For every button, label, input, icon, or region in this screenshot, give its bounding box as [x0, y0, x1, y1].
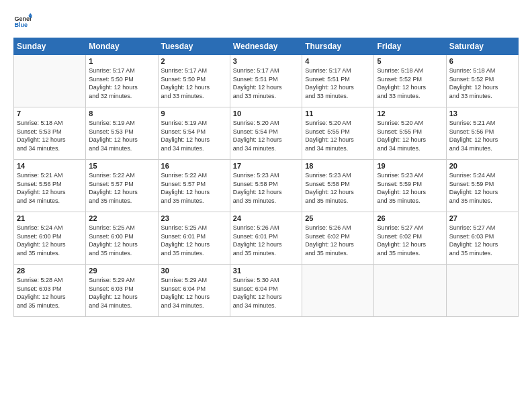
logo-icon: General Blue — [13, 12, 32, 31]
day-number: 19 — [377, 162, 443, 170]
day-info: Sunrise: 5:18 AM Sunset: 5:52 PM Dayligh… — [377, 66, 443, 100]
calendar-cell: 14Sunrise: 5:21 AM Sunset: 5:56 PM Dayli… — [14, 160, 86, 212]
day-number: 21 — [17, 214, 83, 222]
day-info: Sunrise: 5:23 AM Sunset: 5:58 PM Dayligh… — [233, 171, 299, 205]
day-number: 18 — [305, 162, 371, 170]
day-number: 16 — [161, 162, 227, 170]
day-info: Sunrise: 5:17 AM Sunset: 5:51 PM Dayligh… — [233, 66, 299, 100]
day-info: Sunrise: 5:27 AM Sunset: 6:02 PM Dayligh… — [377, 224, 443, 257]
day-number: 25 — [305, 214, 371, 222]
day-info: Sunrise: 5:24 AM Sunset: 5:59 PM Dayligh… — [449, 171, 515, 205]
calendar-week-row: 1Sunrise: 5:17 AM Sunset: 5:50 PM Daylig… — [14, 55, 519, 107]
day-number: 31 — [233, 267, 299, 275]
day-number: 15 — [89, 162, 154, 170]
col-header-thursday: Thursday — [302, 38, 374, 55]
day-number: 13 — [449, 109, 515, 118]
day-number: 5 — [377, 57, 443, 65]
calendar-cell — [446, 265, 518, 317]
calendar-cell: 5Sunrise: 5:18 AM Sunset: 5:52 PM Daylig… — [374, 55, 446, 107]
day-number: 4 — [305, 57, 371, 65]
day-number: 2 — [161, 57, 227, 65]
calendar-cell: 15Sunrise: 5:22 AM Sunset: 5:57 PM Dayli… — [86, 160, 158, 212]
calendar-cell: 22Sunrise: 5:25 AM Sunset: 6:00 PM Dayli… — [86, 212, 158, 265]
calendar-cell: 3Sunrise: 5:17 AM Sunset: 5:51 PM Daylig… — [230, 55, 302, 107]
day-info: Sunrise: 5:18 AM Sunset: 5:53 PM Dayligh… — [17, 119, 83, 152]
day-info: Sunrise: 5:19 AM Sunset: 5:53 PM Dayligh… — [89, 119, 154, 152]
calendar-cell — [302, 265, 374, 317]
day-number: 6 — [449, 57, 515, 65]
day-info: Sunrise: 5:17 AM Sunset: 5:51 PM Dayligh… — [305, 66, 371, 100]
day-number: 9 — [161, 109, 227, 118]
day-info: Sunrise: 5:21 AM Sunset: 5:56 PM Dayligh… — [17, 171, 83, 205]
calendar-cell: 21Sunrise: 5:24 AM Sunset: 6:00 PM Dayli… — [14, 212, 86, 265]
day-number: 7 — [17, 109, 83, 118]
day-number: 3 — [233, 57, 299, 65]
col-header-monday: Monday — [86, 38, 158, 55]
calendar-cell: 10Sunrise: 5:20 AM Sunset: 5:54 PM Dayli… — [230, 107, 302, 160]
calendar-page: General Blue SundayMondayTuesdayWednesda… — [0, 0, 532, 411]
calendar-cell: 17Sunrise: 5:23 AM Sunset: 5:58 PM Dayli… — [230, 160, 302, 212]
day-info: Sunrise: 5:25 AM Sunset: 6:00 PM Dayligh… — [89, 224, 154, 257]
day-number: 23 — [161, 214, 227, 222]
calendar-cell: 30Sunrise: 5:29 AM Sunset: 6:04 PM Dayli… — [158, 265, 230, 317]
day-info: Sunrise: 5:29 AM Sunset: 6:04 PM Dayligh… — [161, 276, 227, 310]
calendar-cell: 29Sunrise: 5:29 AM Sunset: 6:03 PM Dayli… — [86, 265, 158, 317]
calendar-table: SundayMondayTuesdayWednesdayThursdayFrid… — [13, 38, 519, 317]
day-number: 27 — [449, 214, 515, 222]
calendar-cell: 26Sunrise: 5:27 AM Sunset: 6:02 PM Dayli… — [374, 212, 446, 265]
svg-marker-2 — [28, 13, 32, 15]
calendar-week-row: 28Sunrise: 5:28 AM Sunset: 6:03 PM Dayli… — [14, 265, 519, 317]
calendar-cell: 31Sunrise: 5:30 AM Sunset: 6:04 PM Dayli… — [230, 265, 302, 317]
day-info: Sunrise: 5:29 AM Sunset: 6:03 PM Dayligh… — [89, 276, 154, 310]
day-info: Sunrise: 5:22 AM Sunset: 5:57 PM Dayligh… — [161, 171, 227, 205]
day-number: 11 — [305, 109, 371, 118]
calendar-header-row: SundayMondayTuesdayWednesdayThursdayFrid… — [14, 38, 519, 55]
calendar-cell: 25Sunrise: 5:26 AM Sunset: 6:02 PM Dayli… — [302, 212, 374, 265]
day-info: Sunrise: 5:23 AM Sunset: 5:59 PM Dayligh… — [377, 171, 443, 205]
day-number: 22 — [89, 214, 154, 222]
day-info: Sunrise: 5:20 AM Sunset: 5:55 PM Dayligh… — [377, 119, 443, 152]
col-header-saturday: Saturday — [446, 38, 518, 55]
calendar-cell: 18Sunrise: 5:23 AM Sunset: 5:58 PM Dayli… — [302, 160, 374, 212]
day-number: 24 — [233, 214, 299, 222]
calendar-cell: 23Sunrise: 5:25 AM Sunset: 6:01 PM Dayli… — [158, 212, 230, 265]
day-number: 29 — [89, 267, 154, 275]
day-number: 30 — [161, 267, 227, 275]
day-number: 10 — [233, 109, 299, 118]
calendar-cell — [14, 55, 86, 107]
day-info: Sunrise: 5:21 AM Sunset: 5:56 PM Dayligh… — [449, 119, 515, 152]
calendar-cell: 8Sunrise: 5:19 AM Sunset: 5:53 PM Daylig… — [86, 107, 158, 160]
day-number: 17 — [233, 162, 299, 170]
day-info: Sunrise: 5:20 AM Sunset: 5:54 PM Dayligh… — [233, 119, 299, 152]
calendar-cell: 12Sunrise: 5:20 AM Sunset: 5:55 PM Dayli… — [374, 107, 446, 160]
calendar-cell: 13Sunrise: 5:21 AM Sunset: 5:56 PM Dayli… — [446, 107, 518, 160]
calendar-cell: 1Sunrise: 5:17 AM Sunset: 5:50 PM Daylig… — [86, 55, 158, 107]
day-info: Sunrise: 5:23 AM Sunset: 5:58 PM Dayligh… — [305, 171, 371, 205]
calendar-cell: 19Sunrise: 5:23 AM Sunset: 5:59 PM Dayli… — [374, 160, 446, 212]
calendar-cell — [374, 265, 446, 317]
day-info: Sunrise: 5:30 AM Sunset: 6:04 PM Dayligh… — [233, 276, 299, 310]
calendar-week-row: 14Sunrise: 5:21 AM Sunset: 5:56 PM Dayli… — [14, 160, 519, 212]
calendar-cell: 6Sunrise: 5:18 AM Sunset: 5:52 PM Daylig… — [446, 55, 518, 107]
day-info: Sunrise: 5:18 AM Sunset: 5:52 PM Dayligh… — [449, 66, 515, 100]
col-header-sunday: Sunday — [14, 38, 86, 55]
day-number: 26 — [377, 214, 443, 222]
day-info: Sunrise: 5:17 AM Sunset: 5:50 PM Dayligh… — [161, 66, 227, 100]
calendar-week-row: 21Sunrise: 5:24 AM Sunset: 6:00 PM Dayli… — [14, 212, 519, 265]
calendar-cell: 11Sunrise: 5:20 AM Sunset: 5:55 PM Dayli… — [302, 107, 374, 160]
calendar-cell: 2Sunrise: 5:17 AM Sunset: 5:50 PM Daylig… — [158, 55, 230, 107]
col-header-wednesday: Wednesday — [230, 38, 302, 55]
header: General Blue — [13, 12, 519, 31]
col-header-friday: Friday — [374, 38, 446, 55]
day-number: 1 — [89, 57, 154, 65]
day-number: 14 — [17, 162, 83, 170]
day-info: Sunrise: 5:26 AM Sunset: 6:01 PM Dayligh… — [233, 224, 299, 257]
calendar-week-row: 7Sunrise: 5:18 AM Sunset: 5:53 PM Daylig… — [14, 107, 519, 160]
svg-text:Blue: Blue — [14, 21, 28, 28]
calendar-cell: 4Sunrise: 5:17 AM Sunset: 5:51 PM Daylig… — [302, 55, 374, 107]
day-info: Sunrise: 5:20 AM Sunset: 5:55 PM Dayligh… — [305, 119, 371, 152]
logo: General Blue — [13, 12, 35, 31]
calendar-cell: 16Sunrise: 5:22 AM Sunset: 5:57 PM Dayli… — [158, 160, 230, 212]
day-info: Sunrise: 5:27 AM Sunset: 6:03 PM Dayligh… — [449, 224, 515, 257]
day-info: Sunrise: 5:26 AM Sunset: 6:02 PM Dayligh… — [305, 224, 371, 257]
